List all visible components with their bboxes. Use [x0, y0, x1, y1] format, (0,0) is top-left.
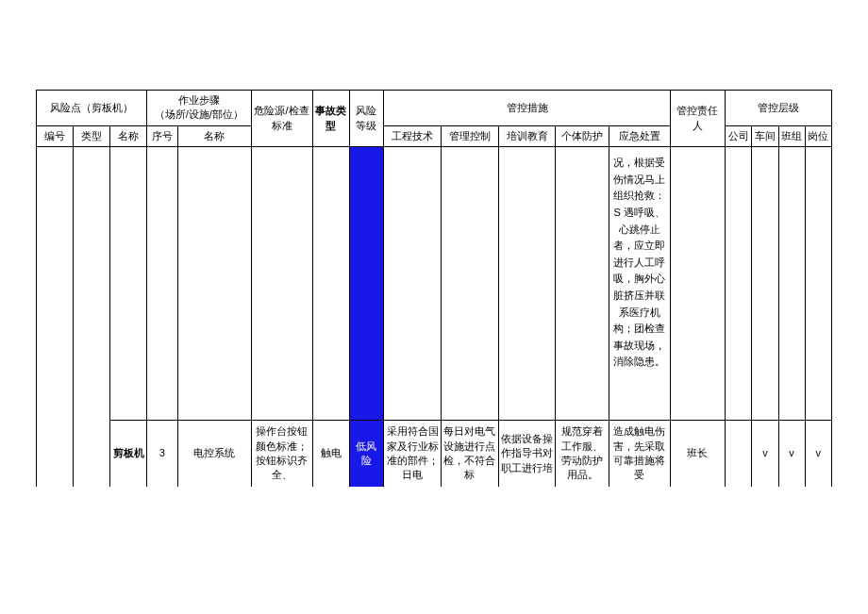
col-risk-point: 风险点（剪板机） — [37, 91, 147, 126]
col-control-level: 管控层级 — [726, 91, 832, 126]
cell-type — [74, 147, 110, 487]
cell-workshop-chk: v — [752, 421, 778, 487]
cell-team-upper — [778, 147, 805, 421]
cell-mgmtctrl-upper — [442, 147, 499, 421]
cell-seq: 3 — [147, 421, 178, 487]
cell-team-chk: v — [778, 421, 805, 487]
cell-stepname: 电控系统 — [177, 421, 251, 487]
cell-engtech: 采用符合国家及行业标准的部件；日电 — [384, 421, 442, 487]
cell-emergency: 造成触电伤害，先采取可靠措施将受 — [609, 421, 670, 487]
cell-id — [37, 147, 74, 487]
cell-ppe-upper — [556, 147, 609, 421]
col-id: 编号 — [37, 125, 74, 146]
col-eng-tech: 工程技术 — [384, 125, 442, 146]
col-risk-level: 风险等级 — [349, 91, 384, 147]
col-control-measures: 管控措施 — [384, 91, 670, 126]
cell-seq-upper — [147, 147, 178, 421]
col-name: 名称 — [110, 125, 147, 146]
cell-company-upper — [726, 147, 752, 421]
cell-emergency-upper: 况，根据受伤情况马上组织抢救：S 遇呼吸、心跳停止者，应立即进行人工呼吸，胸外心… — [609, 147, 670, 421]
col-mgmt-ctrl: 管理控制 — [442, 125, 499, 146]
cell-accident-upper — [312, 147, 349, 421]
cell-post-chk: v — [805, 421, 831, 487]
cell-ppe: 规范穿着工作服、劳动防护用品。 — [556, 421, 609, 487]
col-emergency: 应急处置 — [609, 125, 670, 146]
col-work-step: 作业步骤 （场所/设施/部位） — [147, 91, 252, 126]
cell-responsible-upper — [670, 147, 726, 421]
col-step-name: 名称 — [177, 125, 251, 146]
col-control-responsible: 管控责任人 — [670, 91, 726, 147]
cell-responsible: 班长 — [670, 421, 726, 487]
col-accident-type: 事故类型 — [312, 91, 349, 147]
cell-engtech-upper — [384, 147, 442, 421]
col-ppe: 个体防护 — [556, 125, 609, 146]
cell-name: 剪板机 — [110, 421, 147, 487]
cell-company-chk — [726, 421, 752, 487]
cell-mgmtctrl: 每日对电气设施进行点检，不符合标 — [442, 421, 499, 487]
cell-hazard-upper — [251, 147, 312, 421]
data-row-upper: 况，根据受伤情况马上组织抢救：S 遇呼吸、心跳停止者，应立即进行人工呼吸，胸外心… — [37, 147, 832, 421]
cell-workshop-upper — [752, 147, 778, 421]
cell-stepname-upper — [177, 147, 251, 421]
col-hazard-source: 危险源/检查标准 — [251, 91, 312, 147]
col-type: 类型 — [74, 125, 110, 146]
header-row-1: 风险点（剪板机） 作业步骤 （场所/设施/部位） 危险源/检查标准 事故类型 风… — [37, 91, 832, 126]
col-seq: 序号 — [147, 125, 178, 146]
col-post: 岗位 — [805, 125, 831, 146]
col-workshop: 车间 — [752, 125, 778, 146]
col-team: 班组 — [778, 125, 805, 146]
cell-risklevel-upper — [349, 147, 384, 421]
col-company: 公司 — [726, 125, 752, 146]
cell-name-upper — [110, 147, 147, 421]
col-training: 培训教育 — [498, 125, 556, 146]
data-row-lower: 剪板机 3 电控系统 操作台按钮颜色标准；按钮标识齐全、 触电 低风险 采用符合… — [37, 421, 832, 487]
cell-training: 依据设备操作指导书对职工进行培 — [498, 421, 556, 487]
cell-risklevel: 低风险 — [349, 421, 384, 487]
cell-training-upper — [498, 147, 556, 421]
cell-hazard: 操作台按钮颜色标准；按钮标识齐全、 — [251, 421, 312, 487]
cell-post-upper — [805, 147, 831, 421]
cell-accident: 触电 — [312, 421, 349, 487]
risk-assessment-table: 风险点（剪板机） 作业步骤 （场所/设施/部位） 危险源/检查标准 事故类型 风… — [36, 90, 832, 487]
